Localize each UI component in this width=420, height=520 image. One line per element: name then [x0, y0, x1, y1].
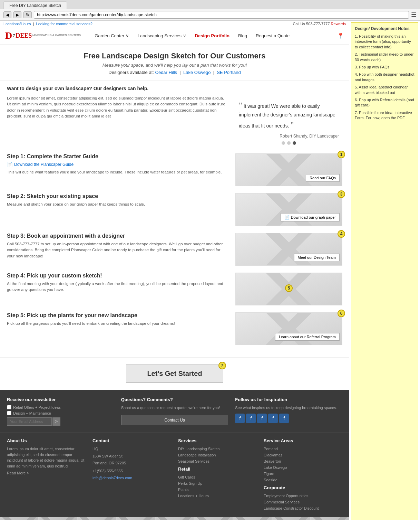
corporate-3[interactable]: Landscape Constractor Discount — [264, 506, 319, 510]
back-button[interactable]: ◀ — [3, 11, 11, 18]
main-nav: D 7 DEES LANDSCAPING & GARDEN CENTERS Ga… — [0, 27, 349, 45]
nav-quote[interactable]: Request a Quote — [256, 33, 290, 38]
newsletter-checkbox-1[interactable] — [7, 405, 11, 409]
facebook-icon-3[interactable]: f — [257, 414, 267, 423]
dot-3[interactable] — [293, 141, 296, 145]
corporate-list: Employment Opportunities Commercial Serv… — [264, 493, 342, 511]
hero-section: Free Landscape Design Sketch for Our Cus… — [0, 45, 349, 81]
nav-design-portfolio[interactable]: Design Portfolio — [195, 33, 229, 38]
step-5-body: Pick up all the gorgeous plants you'll n… — [7, 321, 228, 327]
retail-2[interactable]: Perks Sign Up — [178, 481, 202, 485]
menu-icon[interactable]: ☰ — [411, 11, 417, 19]
email-link[interactable]: info@dennis7dees.com — [92, 476, 132, 480]
open-quote: " — [239, 101, 242, 110]
contact-col: Contact HQ 1634 SW Alder St. Portland, O… — [92, 438, 171, 512]
questions-title: Questions? Comments? — [121, 397, 228, 402]
facebook-icon-1[interactable]: f — [235, 414, 245, 423]
newsletter-check1[interactable]: Retail Offers + Project Ideas — [7, 405, 114, 409]
step-2-badge: 3 — [338, 190, 345, 198]
planscaper-download-link[interactable]: 📄 Download the Planscaper Guide — [7, 162, 74, 167]
area-portland[interactable]: Portland — [264, 447, 278, 451]
footer-thumb-6 — [233, 517, 272, 520]
step-5-title: Step 5: Pick up the plants for your new … — [7, 312, 228, 319]
lake-oswego-link[interactable]: Lake Oswego — [183, 70, 211, 75]
hero-subtitle: Measure your space, and we'll help you l… — [5, 63, 344, 68]
step-1-title: Step 1: Complete the Starter Guide — [7, 153, 228, 160]
corporate-2[interactable]: Commercial Services — [264, 500, 300, 504]
browser-chrome: Free DIY Landscape Sketch ◀ ▶ ↻ ☰ — [0, 0, 420, 21]
refresh-button[interactable]: ↻ — [23, 11, 32, 18]
newsletter-checkbox-2[interactable] — [7, 411, 11, 415]
service-1[interactable]: DIY Landscaping Sketch — [178, 447, 219, 451]
contact-button[interactable]: Contact Us — [121, 415, 228, 425]
footer-thumb-7 — [272, 517, 311, 520]
newsletter-check2[interactable]: Design + Maintenance — [7, 411, 114, 415]
sidebar-notes: Design/ Development Notes 1. Possibility… — [351, 22, 418, 520]
area-seaside[interactable]: Seaside — [264, 478, 277, 482]
about-col: About Us Lorem ipsum dolor sit amet, con… — [7, 438, 86, 512]
cedar-hills-link[interactable]: Cedar Hills — [155, 70, 177, 75]
retail-1[interactable]: Gift Cards — [178, 475, 195, 479]
cta-badge: 7 — [218, 362, 226, 369]
cta-button[interactable]: Let's Get Started — [126, 365, 223, 383]
nav-blog[interactable]: Blog — [238, 33, 247, 38]
sidebar-note-7: 7. Possible future idea: Interactive For… — [355, 110, 414, 121]
commercial-link[interactable]: Looking for commercial services? — [36, 22, 92, 26]
corporate-1[interactable]: Employment Opportunities — [264, 494, 309, 498]
step-4-body: At the final meeting with your designer … — [7, 281, 228, 293]
retail-list: Gift Cards Perks Sign Up Plants Location… — [178, 474, 257, 498]
social-icons: f f f f f — [235, 414, 342, 423]
step-5-row: Step 5: Pick up the plants for your new … — [7, 312, 342, 343]
se-portland-link[interactable]: SE Portland — [217, 70, 241, 75]
email-submit-button[interactable]: > — [52, 417, 60, 426]
design-team-button[interactable]: Meet our Design Team — [294, 254, 340, 261]
facebook-icon-2[interactable]: f — [246, 414, 256, 423]
facebook-icon-5[interactable]: f — [279, 414, 289, 423]
browser-tab[interactable]: Free DIY Landscape Sketch — [3, 1, 67, 9]
area-tigard[interactable]: Tigard — [264, 472, 274, 476]
logo-seven: 7 — [13, 34, 15, 38]
rewards-link[interactable]: Rewards — [331, 22, 346, 26]
services-col: Services DIY Landscaping Sketch Landscap… — [178, 438, 257, 512]
testimonial-author: Robert Shandy, DIY Landscaper — [239, 134, 339, 139]
footer-contact-col-left: Questions? Comments? Shoot us a question… — [121, 397, 228, 426]
retail-title: Retail — [178, 466, 257, 472]
area-beaverton[interactable]: Beaverton — [264, 459, 281, 463]
sidebar-note-3: 3. Pop up with FAQs — [355, 65, 414, 70]
area-lake-oswego[interactable]: Lake Oswego — [264, 465, 287, 470]
call-text: Call Us 503-777-7777 — [293, 22, 330, 26]
retail-4[interactable]: Locations + Hours — [178, 494, 209, 498]
testimonial-block: " It was great! We were able to easily i… — [235, 95, 342, 148]
email-input[interactable] — [7, 417, 52, 426]
step-2-row: Step 2: Sketch your existing space Measu… — [7, 193, 342, 224]
social-title: Follow us for Inspiration — [235, 397, 342, 402]
nav-landscaping[interactable]: Landscaping Services ∨ — [138, 33, 186, 38]
nav-garden-center[interactable]: Garden Center ∨ — [95, 33, 129, 38]
area-clackamas[interactable]: Clackamas — [264, 453, 282, 457]
faq-button[interactable]: Read our FAQs — [306, 174, 340, 182]
logo: D 7 DEES LANDSCAPING & GARDEN CENTERS — [5, 30, 81, 41]
footer-image-strip: D7D — [0, 517, 349, 520]
retail-3[interactable]: Plants — [178, 488, 189, 492]
footer-main: Receive our newsletter Retail Offers + P… — [0, 390, 349, 433]
dot-2[interactable] — [287, 141, 291, 145]
read-more-link[interactable]: Read More > — [7, 471, 29, 475]
step-4-row: Step 4: Pick up your custom sketch! At t… — [7, 273, 342, 304]
service-2[interactable]: Landscape Installation — [178, 453, 216, 457]
step-1-row: Step 1: Complete the Starter Guide 📄 Dow… — [7, 153, 342, 185]
questions-text: Shoot us a question or request a quote, … — [121, 405, 228, 411]
referral-button[interactable]: Learn about our Referral Program — [275, 333, 340, 341]
forward-button[interactable]: ▶ — [13, 11, 21, 18]
graph-paper-button[interactable]: 📄 Download our graph paper — [281, 213, 340, 221]
facebook-icon-4[interactable]: f — [268, 414, 278, 423]
url-bar[interactable] — [34, 11, 409, 19]
service-3[interactable]: Seasonal Services — [178, 459, 209, 463]
footer-thumb-2 — [39, 517, 77, 520]
hero-title: Free Landscape Design Sketch for Our Cus… — [5, 51, 344, 60]
dot-1[interactable] — [282, 141, 285, 145]
footer-social-col: Follow us for Inspiration See what inspi… — [235, 397, 342, 426]
corporate-title: Corporate — [264, 485, 342, 490]
step-1-body: This will outline what features you'd li… — [7, 169, 228, 175]
locations-link[interactable]: Locations/Hours — [3, 22, 31, 26]
step-3-badge: 4 — [338, 230, 345, 238]
